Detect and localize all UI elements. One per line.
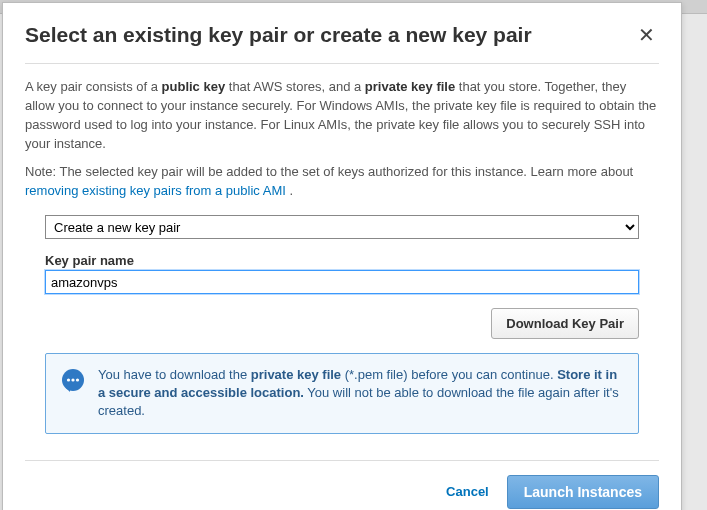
dialog-header: Select an existing key pair or create a … [3,3,681,63]
download-key-pair-button[interactable]: Download Key Pair [491,308,639,339]
description-paragraph-1: A key pair consists of a public key that… [25,78,659,153]
info-panel: You have to download the private key fil… [45,353,639,434]
dialog-body: A key pair consists of a public key that… [3,64,681,215]
dialog-footer: Cancel Launch Instances [25,460,659,510]
key-pair-dialog: Select an existing key pair or create a … [2,2,682,510]
key-pair-name-input[interactable] [45,270,639,294]
key-pair-mode-select[interactable]: Create a new key pair [45,215,639,239]
svg-point-3 [76,378,79,381]
launch-instances-button[interactable]: Launch Instances [507,475,659,509]
description-paragraph-2: Note: The selected key pair will be adde… [25,163,659,201]
svg-point-1 [67,378,70,381]
dialog-title: Select an existing key pair or create a … [25,23,532,47]
close-icon[interactable]: ✕ [634,21,659,49]
key-pair-name-label: Key pair name [45,253,639,268]
remove-keypairs-link[interactable]: removing existing key pairs from a publi… [25,183,286,198]
info-chat-icon [60,368,86,394]
svg-point-2 [71,378,74,381]
key-pair-form: Create a new key pair Key pair name Down… [3,215,681,442]
cancel-button[interactable]: Cancel [446,484,489,499]
